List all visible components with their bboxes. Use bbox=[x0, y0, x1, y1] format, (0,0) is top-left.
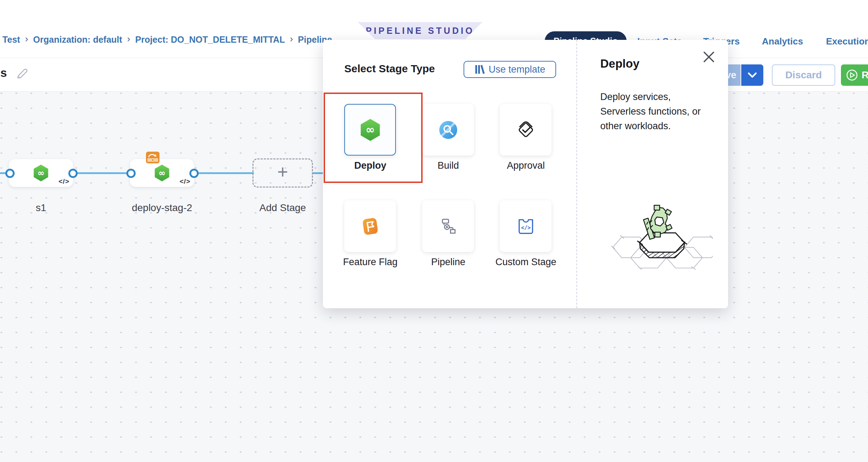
modal-divider bbox=[576, 40, 577, 308]
yaml-code-icon[interactable]: </> bbox=[59, 178, 69, 185]
stage-type-label-feature-flag: Feature Flag bbox=[335, 256, 406, 268]
run-button-label: Run bbox=[862, 69, 868, 81]
cd-hexagon-icon: ∞ bbox=[153, 164, 171, 182]
stage-type-label-approval: Approval bbox=[490, 159, 561, 172]
add-stage-label: Add Stage bbox=[260, 202, 306, 214]
breadcrumb: s Test › Organization: default › Project… bbox=[0, 34, 332, 45]
stage-type-approval[interactable] bbox=[500, 104, 551, 156]
add-stage-button[interactable]: + bbox=[252, 158, 313, 188]
svg-text:∞: ∞ bbox=[37, 168, 45, 178]
svg-text:</>: </> bbox=[521, 225, 530, 231]
template-library-icon bbox=[474, 64, 485, 75]
play-circle-icon bbox=[846, 69, 858, 81]
stage-type-label-build: Build bbox=[413, 159, 484, 172]
deploy-hexagon-illustration bbox=[602, 204, 713, 279]
connector-line bbox=[72, 172, 131, 174]
connector-port[interactable] bbox=[5, 169, 15, 178]
edit-pipeline-name-button[interactable] bbox=[15, 66, 29, 80]
select-stage-type-modal: Select Stage Type Use template ∞ bbox=[323, 40, 728, 308]
stage-type-label-custom-stage: Custom Stage bbox=[490, 256, 561, 268]
connector-line bbox=[193, 172, 254, 174]
plus-icon: + bbox=[277, 163, 288, 181]
stage-label-s1: s1 bbox=[36, 202, 46, 214]
stage-type-build[interactable] bbox=[422, 104, 474, 156]
save-options-dropdown[interactable] bbox=[741, 64, 763, 86]
connector-port[interactable] bbox=[189, 169, 199, 178]
custom-stage-icon: </> bbox=[515, 216, 537, 237]
stage-label-deploy-stag-2: deploy-stag-2 bbox=[132, 202, 192, 214]
tab-execution-history[interactable]: Execution History bbox=[826, 36, 868, 47]
breadcrumb-organization[interactable]: Organization: default bbox=[33, 35, 122, 45]
stage-detail-description: Deploy services, Serverless functions, o… bbox=[600, 90, 718, 133]
stage-type-label-pipeline: Pipeline bbox=[413, 256, 484, 268]
rolling-deployment-icon bbox=[146, 152, 160, 163]
pipeline-studio-page: { "breadcrumb": { "separator": "›", "ite… bbox=[0, 0, 868, 462]
connector-port[interactable] bbox=[68, 169, 78, 178]
approval-check-icon bbox=[515, 119, 537, 141]
stage-type-label-deploy: Deploy bbox=[335, 159, 406, 172]
modal-title: Select Stage Type bbox=[344, 63, 435, 75]
pipeline-flow-icon bbox=[438, 216, 459, 237]
yaml-code-icon[interactable]: </> bbox=[180, 178, 190, 185]
breadcrumb-separator: › bbox=[127, 33, 130, 44]
cd-hexagon-icon: ∞ bbox=[32, 164, 50, 182]
cd-hexagon-icon: ∞ bbox=[359, 118, 382, 142]
pipeline-studio-banner: PIPELINE STUDIO bbox=[358, 22, 482, 39]
use-template-label: Use template bbox=[488, 64, 545, 75]
breadcrumb-account[interactable]: s Test bbox=[0, 35, 20, 45]
run-pipeline-button[interactable]: Run bbox=[841, 64, 868, 86]
discard-button[interactable]: Discard bbox=[772, 64, 835, 86]
svg-text:∞: ∞ bbox=[158, 168, 166, 178]
stage-node-s1[interactable]: ∞ </> bbox=[9, 159, 73, 187]
pipeline-name: s bbox=[0, 66, 7, 80]
stage-detail-title: Deploy bbox=[600, 57, 639, 70]
connector-port[interactable] bbox=[126, 169, 136, 178]
breadcrumb-project[interactable]: Project: DO_NOT_DELETE_MITTAL bbox=[135, 35, 285, 45]
breadcrumb-separator: › bbox=[25, 33, 28, 44]
close-modal-button[interactable] bbox=[701, 49, 717, 65]
pencil-icon bbox=[15, 66, 29, 80]
close-icon bbox=[703, 51, 715, 63]
stage-type-feature-flag[interactable] bbox=[344, 200, 396, 252]
stage-node-deploy-stag-2[interactable]: ∞ </> bbox=[130, 159, 194, 187]
stage-type-pipeline[interactable] bbox=[422, 200, 474, 252]
tab-analytics[interactable]: Analytics bbox=[762, 36, 803, 47]
feature-flag-icon bbox=[359, 215, 381, 237]
ci-circle-icon bbox=[437, 119, 459, 141]
stage-type-deploy[interactable]: ∞ bbox=[344, 104, 396, 156]
breadcrumb-separator: › bbox=[290, 33, 293, 44]
connector-line bbox=[312, 172, 323, 174]
svg-text:∞: ∞ bbox=[366, 123, 375, 136]
use-template-button[interactable]: Use template bbox=[464, 61, 556, 78]
chevron-down-icon bbox=[748, 72, 757, 78]
stage-type-custom-stage[interactable]: </> bbox=[500, 200, 551, 252]
